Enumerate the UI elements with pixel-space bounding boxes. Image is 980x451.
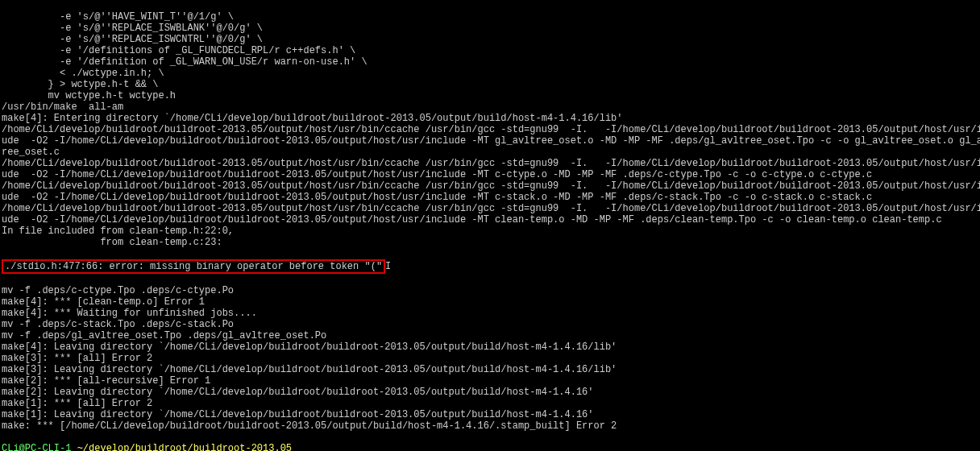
terminal-line: ude -O2 -I/home/CLi/develop/buildroot/bu… [2,135,978,147]
terminal-line: make[3]: Leaving directory `/home/CLi/de… [2,364,978,375]
prompt-user: CLi [2,443,19,451]
terminal-line: make[4]: Leaving directory `/home/CLi/de… [2,341,978,353]
terminal-line: /usr/bin/make all-am [2,101,978,113]
prompt-sep [71,443,77,451]
terminal-output[interactable]: -e 's/@''HAVE_WINT_T''@/1/g' \ -e 's/@''… [0,0,980,451]
terminal-line: make[4]: Entering directory `/home/CLi/d… [2,113,978,124]
terminal-line: -e '/definition of _GL_WARN_ON_USE/r war… [2,56,978,68]
prompt-path: /develop/buildroot/buildroot-2013.05 [83,443,292,451]
terminal-line: -e 's/@''REPLACE_ISWCNTRL''@/0/g' \ [2,34,978,45]
terminal-line: In file included from clean-temp.h:22:0, [2,226,978,237]
terminal-line: make[3]: *** [all] Error 2 [2,353,978,364]
terminal-line: mv wctype.h-t wctype.h [2,90,978,101]
terminal-line: make[1]: Leaving directory `/home/CLi/de… [2,409,978,420]
terminal-line: make[2]: *** [all-recursive] Error 1 [2,375,978,387]
terminal-line: -e 's/@''REPLACE_ISWBLANK''@/0/g' \ [2,23,978,34]
terminal-line: from clean-temp.c:23: [2,237,978,248]
prompt-at: @ [19,443,25,451]
terminal-line: make: *** [/home/CLi/develop/buildroot/b… [2,420,978,432]
terminal-line: < ./wctype.in.h; \ [2,68,978,79]
terminal-line: make[2]: Leaving directory `/home/CLi/de… [2,387,978,398]
terminal-line: } > wctype.h-t && \ [2,79,978,90]
terminal-line: make[4]: *** Waiting for unfinished jobs… [2,308,978,319]
terminal-line: /home/CLi/develop/buildroot/buildroot-20… [2,158,978,169]
error-line: ./stdio.h:477:66: error: missing binary … [2,259,978,274]
terminal-line: mv -f .deps/c-stack.Tpo .deps/c-stack.Po [2,319,978,330]
prompt-host: PC-CLI-1 [25,443,72,451]
terminal-line: /home/CLi/develop/buildroot/buildroot-20… [2,203,978,214]
prompt-tilde: ~ [77,443,83,451]
cursor-beam-icon: I [385,261,391,272]
shell-prompt[interactable]: CLi@PC-CLI-1 ~/develop/buildroot/buildro… [2,443,978,451]
terminal-line: mv -f .deps/c-ctype.Tpo .deps/c-ctype.Po [2,285,978,296]
terminal-line: ude -O2 -I/home/CLi/develop/buildroot/bu… [2,192,978,203]
error-highlight: ./stdio.h:477:66: error: missing binary … [2,259,385,274]
terminal-line: ude -O2 -I/home/CLi/develop/buildroot/bu… [2,214,978,226]
terminal-line: mv -f .deps/gl_avltree_oset.Tpo .deps/gl… [2,330,978,341]
terminal-line: make[4]: *** [clean-temp.o] Error 1 [2,296,978,308]
terminal-line: ude -O2 -I/home/CLi/develop/buildroot/bu… [2,169,978,180]
terminal-line: ree_oset.c [2,147,978,158]
terminal-line: make[1]: *** [all] Error 2 [2,398,978,409]
terminal-line: -e '/definitions of _GL_FUNCDECL_RPL/r c… [2,45,978,56]
terminal-line: /home/CLi/develop/buildroot/buildroot-20… [2,124,978,135]
terminal-line: /home/CLi/develop/buildroot/buildroot-20… [2,180,978,192]
terminal-line: -e 's/@''HAVE_WINT_T''@/1/g' \ [2,11,978,23]
